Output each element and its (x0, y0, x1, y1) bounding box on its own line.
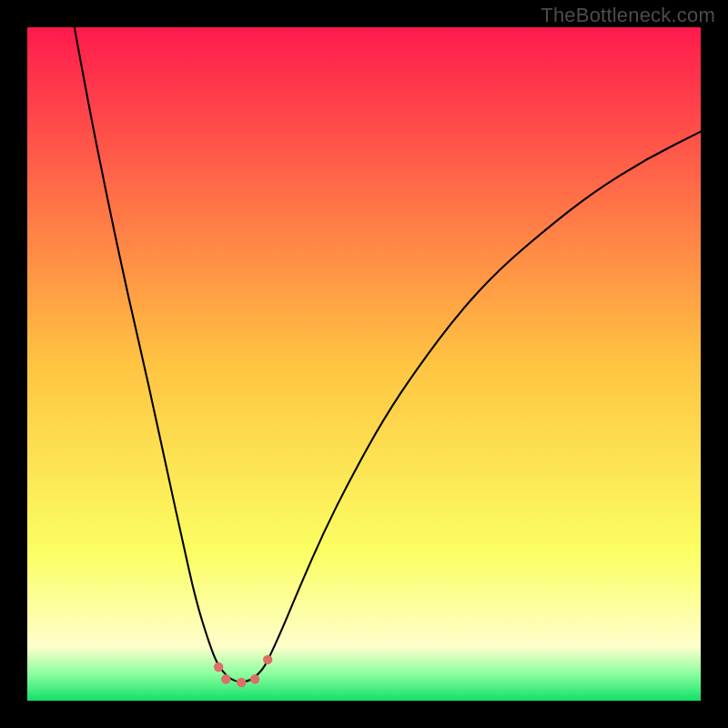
curve-marker (237, 678, 246, 687)
curve-marker (214, 662, 223, 672)
curve-marker (221, 674, 230, 683)
watermark-text: TheBottleneck.com (541, 4, 715, 27)
chart-canvas (27, 27, 701, 701)
bottleneck-plot (27, 27, 701, 701)
figure-frame: TheBottleneck.com (0, 0, 728, 728)
curve-marker (250, 674, 259, 683)
gradient-background (27, 27, 701, 701)
curve-marker (263, 655, 272, 664)
